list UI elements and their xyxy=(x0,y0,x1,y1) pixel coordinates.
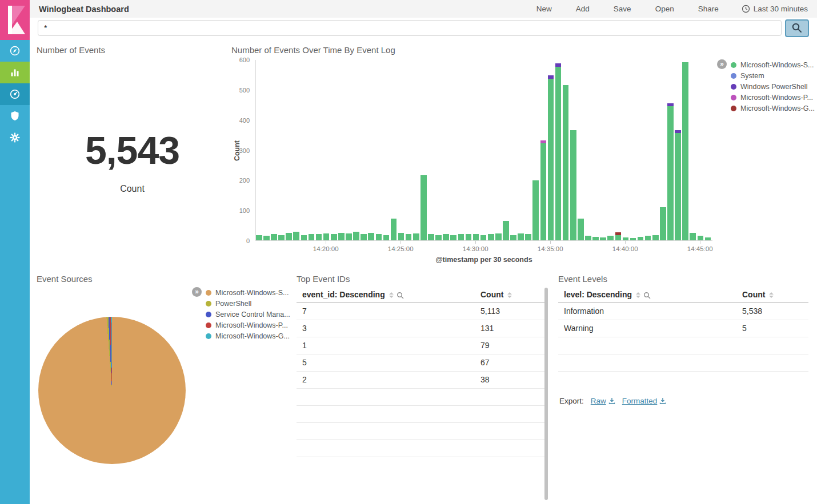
column-search-icon[interactable] xyxy=(397,292,404,299)
export-raw-link[interactable]: Raw xyxy=(591,397,615,405)
chart-bar[interactable] xyxy=(338,233,345,240)
chart-bar[interactable] xyxy=(607,236,614,240)
time-picker[interactable]: Last 30 minutes xyxy=(742,5,808,13)
legend-item[interactable]: Microsoft-Windows-G... xyxy=(731,103,815,114)
column-search-icon[interactable] xyxy=(643,292,651,299)
chart-bar[interactable] xyxy=(660,207,666,240)
legend-item[interactable]: Microsoft-Windows-S... xyxy=(206,287,290,298)
chart-bar[interactable] xyxy=(398,233,405,240)
legend-item[interactable]: System xyxy=(731,70,815,81)
chart-bar[interactable] xyxy=(682,62,688,240)
chart-bar[interactable] xyxy=(435,235,442,241)
nav-new[interactable]: New xyxy=(536,5,552,13)
chart-bar[interactable] xyxy=(271,234,277,240)
chart-bar[interactable] xyxy=(705,237,711,240)
search-input[interactable] xyxy=(38,20,782,36)
chart-bar[interactable] xyxy=(413,233,419,240)
chart-bar[interactable] xyxy=(443,234,449,240)
chart-bar[interactable] xyxy=(480,235,487,241)
chart-bar[interactable] xyxy=(525,234,531,240)
chart-bar[interactable] xyxy=(690,233,696,240)
chart-bar[interactable] xyxy=(361,234,367,240)
chart-bar[interactable] xyxy=(286,233,292,240)
search-button[interactable] xyxy=(785,19,809,37)
legend-item[interactable]: Microsoft-Windows-G... xyxy=(206,330,290,341)
legend-toggle-icon[interactable] xyxy=(717,59,727,69)
sidebar-item-plugins[interactable] xyxy=(0,105,30,127)
sidebar-item-dashboard[interactable] xyxy=(0,83,30,105)
nav-save[interactable]: Save xyxy=(614,5,631,13)
chart-bar[interactable] xyxy=(406,234,412,240)
chart-bar[interactable] xyxy=(578,219,584,240)
sidebar-item-visualize[interactable] xyxy=(0,62,30,83)
chart-bar[interactable] xyxy=(316,234,322,240)
legend-item[interactable]: Service Control Mana... xyxy=(206,309,290,320)
chart-bar[interactable] xyxy=(675,130,681,240)
nav-share[interactable]: Share xyxy=(698,5,719,13)
chart-bar[interactable] xyxy=(555,63,562,240)
chart-bar[interactable] xyxy=(495,233,502,240)
chart-bar[interactable] xyxy=(585,236,591,240)
chart-bar[interactable] xyxy=(600,237,606,240)
chart-bar[interactable] xyxy=(592,237,599,240)
legend-item[interactable]: Microsoft-Windows-P... xyxy=(206,320,290,330)
chart-bar[interactable] xyxy=(645,236,651,240)
chart-bar[interactable] xyxy=(570,130,576,240)
nav-open[interactable]: Open xyxy=(655,5,674,13)
chart-bar[interactable] xyxy=(301,235,307,241)
chart-bar[interactable] xyxy=(503,221,509,240)
chart-bar[interactable] xyxy=(473,234,479,240)
chart-bar[interactable] xyxy=(450,235,456,241)
chart-bar[interactable] xyxy=(376,234,382,240)
chart-bar[interactable] xyxy=(698,236,704,240)
chart-bar[interactable] xyxy=(391,219,397,240)
chart-bar[interactable] xyxy=(518,233,524,240)
chart-bar[interactable] xyxy=(458,234,464,240)
chart-bar[interactable] xyxy=(630,238,636,240)
chart-bar[interactable] xyxy=(488,234,494,240)
sort-icon[interactable] xyxy=(769,292,774,298)
chart-bar[interactable] xyxy=(323,233,330,240)
chart-bar[interactable] xyxy=(278,235,285,241)
chart-bar[interactable] xyxy=(263,236,270,240)
sidebar-item-settings[interactable] xyxy=(0,127,30,148)
sort-icon[interactable] xyxy=(636,292,640,298)
chart-bar[interactable] xyxy=(331,234,337,240)
chart-bar[interactable] xyxy=(667,103,674,240)
sidebar-item-discover[interactable] xyxy=(0,40,30,62)
chart-bar[interactable] xyxy=(420,175,427,240)
legend-item[interactable]: Microsoft-Windows-P... xyxy=(731,92,815,103)
chart-bar[interactable] xyxy=(623,237,629,240)
sort-icon[interactable] xyxy=(389,292,394,298)
pie-chart[interactable] xyxy=(38,317,186,464)
chart-bar[interactable] xyxy=(293,232,299,240)
chart-bar[interactable] xyxy=(466,234,472,240)
legend-item[interactable]: Windows PowerShell xyxy=(731,81,815,92)
chart-bar[interactable] xyxy=(638,237,644,240)
chart-bar[interactable] xyxy=(346,233,352,240)
column-header-count[interactable]: Count xyxy=(475,288,548,303)
chart-bar[interactable] xyxy=(652,235,659,241)
chart-bar[interactable] xyxy=(368,233,374,240)
chart-bar[interactable] xyxy=(548,75,554,240)
legend-item[interactable]: Microsoft-Windows-S... xyxy=(731,59,815,70)
chart-bar[interactable] xyxy=(510,235,516,241)
nav-add[interactable]: Add xyxy=(576,5,590,13)
chart-bar[interactable] xyxy=(540,140,547,240)
chart-bar[interactable] xyxy=(428,234,434,240)
table-scrollbar[interactable] xyxy=(544,288,548,500)
chart-bar[interactable] xyxy=(256,235,262,241)
legend-toggle-icon[interactable] xyxy=(192,287,202,297)
legend-item[interactable]: PowerShell xyxy=(206,298,290,309)
export-formatted-link[interactable]: Formatted xyxy=(622,397,667,405)
chart-bar[interactable] xyxy=(309,234,315,240)
chart-bar[interactable] xyxy=(353,232,359,240)
chart-bar[interactable] xyxy=(383,235,390,241)
column-header-event-id[interactable]: event_id: Descending xyxy=(297,288,475,303)
column-header-count[interactable]: Count xyxy=(736,288,808,303)
chart-bar[interactable] xyxy=(563,85,569,240)
kibana-logo[interactable] xyxy=(0,0,30,40)
chart-bar[interactable] xyxy=(532,180,539,240)
column-header-level[interactable]: level: Descending xyxy=(558,288,736,303)
chart-bar[interactable] xyxy=(615,232,622,240)
